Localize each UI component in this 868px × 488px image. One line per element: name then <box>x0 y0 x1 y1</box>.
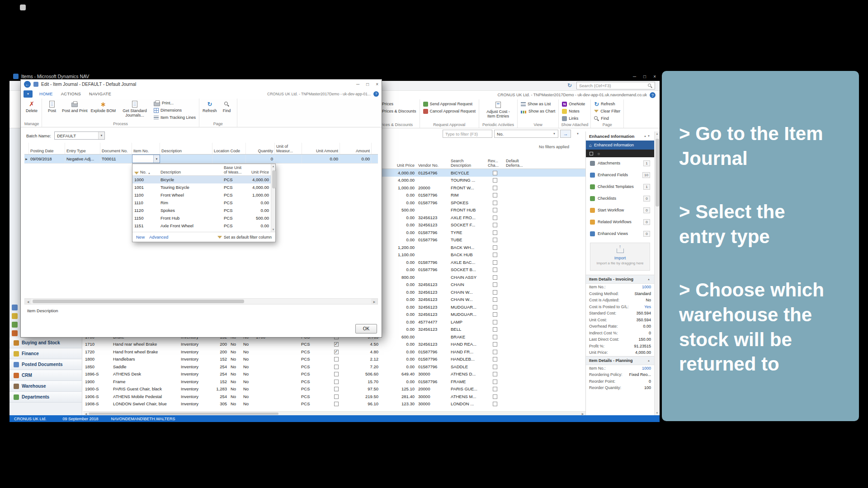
description-cell[interactable] <box>160 155 212 163</box>
checkbox[interactable] <box>334 380 339 384</box>
grid-column-item-no[interactable]: Item No. <box>132 143 160 154</box>
checkbox[interactable] <box>493 402 497 406</box>
scroll-left-icon[interactable]: ◀ <box>25 299 31 304</box>
help-icon[interactable]: ? <box>650 92 656 98</box>
item-row-1906-s[interactable]: 1906-SATHENS Mobile PedestalInventory254… <box>83 393 585 400</box>
grid-column-location-code[interactable]: Location Code <box>212 143 246 154</box>
scroll-thumb[interactable] <box>272 170 276 188</box>
checkbox[interactable] <box>493 186 497 190</box>
gear-icon[interactable]: ☼ <box>597 151 600 156</box>
grid-column-quantity[interactable]: Quantity <box>246 143 275 154</box>
post-and-print-button[interactable]: Post and Print <box>61 99 89 114</box>
dropdown-button[interactable]: ▼ <box>153 155 160 163</box>
scroll-thumb[interactable] <box>89 413 278 415</box>
planning-section-header[interactable]: Item Details - Planning ▲ <box>586 356 654 365</box>
tab-home[interactable]: HOME <box>35 89 57 99</box>
chevron-down-icon[interactable]: ▼ <box>98 132 104 139</box>
search-input[interactable]: Search (Ctrl+F3) <box>576 82 655 89</box>
column-header-search-description[interactable]: Search Description <box>449 159 486 169</box>
sidebar-item-posted-documents[interactable]: Posted Documents <box>9 359 82 370</box>
checkbox[interactable] <box>493 201 497 205</box>
vertical-scrollbar[interactable]: ▲ ▼ <box>654 131 660 415</box>
item-row-1720[interactable]: 1720Hand front wheel BrakeInventory200No… <box>83 348 585 356</box>
column-header-default-deferra[interactable]: Default Deferra... <box>504 159 531 169</box>
checkbox[interactable] <box>493 357 497 361</box>
checkbox[interactable] <box>493 171 497 175</box>
checkbox[interactable] <box>334 350 339 354</box>
checkbox[interactable] <box>334 402 339 406</box>
horizontal-scrollbar[interactable]: ◀ ▶ <box>83 411 585 415</box>
checkbox[interactable] <box>493 260 497 265</box>
tab-actions[interactable]: ACTIONS <box>57 89 85 99</box>
clear-filter-button[interactable]: Clear Filter <box>593 108 621 114</box>
checkbox[interactable] <box>493 365 497 369</box>
lookup-row-1120[interactable]: 1120SpokesPCS0.00 <box>132 206 271 214</box>
quantity-cell[interactable]: 0 <box>246 155 275 163</box>
scroll-right-icon[interactable]: ▶ <box>580 412 585 415</box>
collapse-ribbon-icon[interactable]: ▼ <box>576 132 579 135</box>
refresh-button[interactable]: ↻Refresh <box>202 99 218 114</box>
lookup-row-1100[interactable]: 1100Front WheelPCS1,000.00 <box>132 191 271 199</box>
lookup-row-1001[interactable]: 1001Touring BicyclePCS4,000.00 <box>132 183 271 191</box>
checkbox[interactable] <box>493 223 497 227</box>
item-row-1908-s[interactable]: 1908-SLONDON Swivel Chair, blueInventory… <box>83 400 585 408</box>
checkbox[interactable] <box>334 365 339 369</box>
checkbox[interactable] <box>493 253 497 257</box>
delete-button[interactable]: ✗Delete <box>24 99 39 114</box>
checkbox[interactable] <box>493 387 497 391</box>
checkbox[interactable] <box>334 372 339 376</box>
grid-column-amount[interactable]: Amount <box>340 143 372 154</box>
field-value[interactable]: 1000 <box>642 366 651 371</box>
checkbox[interactable] <box>334 357 339 361</box>
grid-column-description[interactable]: Description <box>160 143 212 154</box>
checkbox[interactable] <box>493 216 497 220</box>
column-header-rev-cha[interactable]: Rev... Cha... <box>486 159 504 169</box>
checkbox[interactable] <box>334 387 339 391</box>
scroll-left-icon[interactable]: ◀ <box>83 412 89 415</box>
print-button[interactable]: Print... <box>153 100 197 106</box>
grid-column-unit-amount[interactable]: Unit Amount <box>302 143 340 154</box>
item-row-1800[interactable]: 1800HandlebarsInventory152NoNoPCS2.120.0… <box>83 356 585 363</box>
fact-menu-enhanced-views[interactable]: Enhanced Views0 <box>586 228 654 239</box>
checkbox[interactable] <box>493 320 497 324</box>
lookup-row-1151[interactable]: 1151Axle Front WheelPCS0.00 <box>132 222 271 230</box>
filter-apply-button[interactable]: → <box>560 130 571 138</box>
close-icon[interactable]: × <box>376 82 378 87</box>
scroll-thumb[interactable] <box>656 139 659 206</box>
home-icon[interactable] <box>12 305 18 310</box>
checkbox[interactable] <box>493 193 497 197</box>
sidebar-item-crm[interactable]: CRM <box>9 370 82 381</box>
item-row-1710[interactable]: 1710Hand rear wheel BrakeInventory200NoN… <box>83 341 585 348</box>
item-row-1896-s[interactable]: 1896-SATHENS DeskInventory254NoNoPCS506.… <box>83 371 585 378</box>
ok-button[interactable]: OK <box>355 324 377 333</box>
import-dropzone[interactable]: Import Import a file by dragging here <box>590 243 650 271</box>
lookup-row-1110[interactable]: 1110RimPCS0.00 <box>132 199 271 206</box>
notes-button[interactable]: Notes <box>561 108 586 114</box>
links-button[interactable]: Links <box>561 115 586 122</box>
expand-icon[interactable] <box>590 152 593 155</box>
find-button[interactable]: Find <box>219 99 235 114</box>
item-no-cell[interactable]: ▼ <box>132 155 160 163</box>
checkbox[interactable] <box>493 275 497 280</box>
show-as-list-button[interactable]: Show as List <box>520 101 556 107</box>
collapse-icons[interactable]: ▲▼ <box>644 135 651 137</box>
filter-field-select[interactable]: No. ▼ <box>494 130 558 138</box>
dimensions-button[interactable]: Dimensions <box>153 107 197 113</box>
set-default-filter[interactable]: Set as default filter column <box>217 235 272 239</box>
fact-menu-related-workflows[interactable]: Related Workflows0 <box>586 216 654 228</box>
column-header-unit-price[interactable]: Unit Price <box>380 159 416 169</box>
checkbox[interactable] <box>493 305 497 310</box>
location-code-cell[interactable] <box>212 155 246 163</box>
checkbox[interactable] <box>493 335 497 339</box>
checkbox[interactable] <box>493 282 497 287</box>
checkbox[interactable] <box>493 350 497 354</box>
sidebar-item-departments[interactable]: Departments <box>9 392 82 403</box>
scroll-up-icon[interactable]: ▲ <box>655 132 660 135</box>
post-button[interactable]: Post <box>44 99 60 114</box>
refresh-button[interactable]: ↻Refresh <box>593 101 621 107</box>
close-icon[interactable]: × <box>653 74 656 79</box>
scroll-down-icon[interactable]: ▼ <box>271 228 275 231</box>
column-header-vendor-no[interactable]: Vendor No. <box>416 159 449 169</box>
find-button[interactable]: Find <box>593 115 621 122</box>
item-row-1900-s[interactable]: 1900-SPARIS Guest Chair, blackInventory1… <box>83 385 585 393</box>
